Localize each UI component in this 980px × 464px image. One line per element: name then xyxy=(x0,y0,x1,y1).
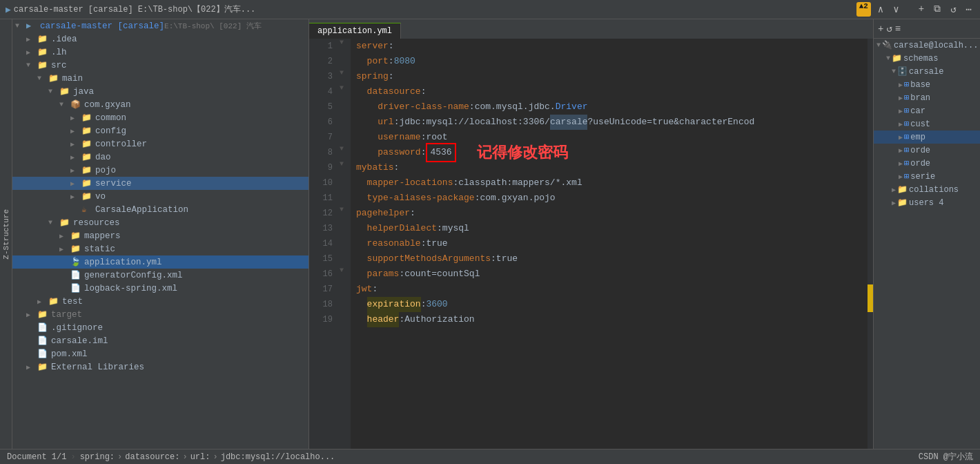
carsale-db-icon: 🗄️ xyxy=(897,66,908,77)
db-item-collations[interactable]: ▶ 📁 collations xyxy=(874,183,980,196)
tree-item-dao[interactable]: ▶ 📁 dao xyxy=(12,151,308,164)
nav-up-btn[interactable]: ∧ xyxy=(875,2,886,17)
db-item-users[interactable]: ▶ 📁 users 4 xyxy=(874,196,980,209)
tree-item-main[interactable]: ▼ 📁 main xyxy=(12,72,308,85)
refresh-btn[interactable]: ↺ xyxy=(948,2,959,17)
status-url: url: xyxy=(190,452,210,462)
kw-jwt: jwt xyxy=(356,282,372,297)
code-line-12: pagehelper: xyxy=(356,206,868,221)
yml-label: application.yml xyxy=(84,258,162,267)
db-panel-header: + ↺ ≡ xyxy=(874,19,980,39)
tree-item-config[interactable]: ▶ 📁 config xyxy=(12,124,308,137)
carsale-db-label: carsale xyxy=(909,67,943,77)
db-add-btn[interactable]: + xyxy=(878,23,883,35)
tree-item-pojo[interactable]: ▶ 📁 pojo xyxy=(12,164,308,177)
status-jdbc: jdbc:mysql://localho... xyxy=(221,452,335,462)
db-item-emp[interactable]: ▶ ⊞ emp xyxy=(874,130,980,144)
bran-arrow: ▶ xyxy=(899,94,903,102)
tree-item-mappers[interactable]: ▶ 📁 mappers xyxy=(12,229,308,242)
fold-8[interactable]: ▼ xyxy=(340,145,344,153)
tree-item-common[interactable]: ▶ 📁 common xyxy=(12,111,308,124)
test-arrow: ▶ xyxy=(37,298,48,306)
tree-root[interactable]: ▼ ▶ carsale-master [carsale] E:\TB-shop\… xyxy=(12,19,308,32)
db-item-orde2[interactable]: ▶ ⊞ orde xyxy=(874,157,980,170)
common-folder-icon: 📁 xyxy=(81,113,94,123)
menu-btn[interactable]: ⋯ xyxy=(963,2,974,17)
fold-1[interactable]: ▼ xyxy=(340,39,344,46)
tree-item-carsale-app[interactable]: ☕ CarsaleApplication xyxy=(12,203,308,216)
editor-tabs: application.yml xyxy=(309,19,873,39)
db-item-root[interactable]: ▼ 🔌 carsale@localh... xyxy=(874,39,980,52)
db-item-carsale[interactable]: ▼ 🗄️ carsale xyxy=(874,65,980,78)
tree-item-static[interactable]: ▶ 📁 static xyxy=(12,242,308,255)
tab-application-yml[interactable]: application.yml xyxy=(309,23,401,39)
indent-5 xyxy=(356,99,378,115)
gen-xml-label: generatorConfig.xml xyxy=(84,271,183,280)
indent-16 xyxy=(356,267,367,282)
fold-4[interactable]: ▼ xyxy=(340,84,344,92)
fold-3[interactable]: ▼ xyxy=(340,69,344,77)
orde2-arrow: ▶ xyxy=(899,160,903,168)
mini-scrollbar[interactable] xyxy=(868,39,873,449)
db-item-base[interactable]: ▶ ⊞ base xyxy=(874,78,980,91)
colon-10: : xyxy=(453,175,458,191)
resources-arrow: ▼ xyxy=(48,219,59,226)
tree-item-carsale-iml[interactable]: 📄 carsale.iml xyxy=(12,334,308,347)
code-line-11: type-aliases-package: com.gxyan.pojo xyxy=(356,191,868,206)
db-menu-btn[interactable]: ≡ xyxy=(895,23,901,35)
db-item-serie[interactable]: ▶ ⊞ serie xyxy=(874,170,980,183)
nav-down-btn[interactable]: ∨ xyxy=(890,2,901,17)
fold-12[interactable]: ▼ xyxy=(340,206,344,213)
java-label: java xyxy=(73,87,94,97)
z-structure-tab[interactable]: Z-Structure xyxy=(0,19,12,449)
fold-9[interactable]: ▼ xyxy=(340,160,344,168)
db-item-cust[interactable]: ▶ ⊞ cust xyxy=(874,117,980,130)
colon-7: : xyxy=(421,130,427,145)
db-item-bran[interactable]: ▶ ⊞ bran xyxy=(874,91,980,104)
tree-item-src[interactable]: ▼ 📁 src xyxy=(12,59,308,72)
tree-item-gitignore[interactable]: 📄 .gitignore xyxy=(12,321,308,334)
copy-btn[interactable]: ⧉ xyxy=(931,2,943,17)
tree-item-lh[interactable]: ▶ 📁 .lh xyxy=(12,46,308,59)
tree-item-resources[interactable]: ▼ 📁 resources xyxy=(12,216,308,229)
z-structure-label[interactable]: Z-Structure xyxy=(2,209,10,260)
warning-badge[interactable]: ▲2 xyxy=(856,2,871,17)
indent-4 xyxy=(356,84,367,99)
tree-item-application-yml[interactable]: 🍃 application.yml xyxy=(12,255,308,269)
tree-item-service[interactable]: ▶ 📁 service xyxy=(12,177,308,190)
add-btn[interactable]: + xyxy=(916,2,927,17)
file-tree: ▼ ▶ carsale-master [carsale] E:\TB-shop\… xyxy=(12,19,309,449)
target-arrow: ▶ xyxy=(26,311,37,319)
kw-password: password xyxy=(378,145,420,160)
tree-item-target[interactable]: ▶ 📁 target xyxy=(12,308,308,321)
tree-item-pom-xml[interactable]: 📄 pom.xml xyxy=(12,347,308,360)
main-folder-icon: 📁 xyxy=(48,73,61,84)
kw-params: params xyxy=(367,267,400,282)
ln-3: 3 xyxy=(309,69,333,84)
fold-17[interactable]: ▼ xyxy=(340,267,344,274)
ln-4: 4 xyxy=(309,84,333,99)
db-item-orde1[interactable]: ▶ ⊞ orde xyxy=(874,144,980,157)
tree-item-java[interactable]: ▼ 📁 java xyxy=(12,85,308,98)
status-arrow-2: › xyxy=(182,452,187,462)
orde2-table-icon: ⊞ xyxy=(904,158,909,168)
tree-item-test[interactable]: ▶ 📁 test xyxy=(12,295,308,308)
cust-label: cust xyxy=(910,119,930,129)
ln-17: 17 xyxy=(309,282,333,297)
tree-item-com-gxyan[interactable]: ▼ 📦 com.gxyan xyxy=(12,98,308,111)
kw-username: username xyxy=(378,130,420,145)
tree-item-logback-xml[interactable]: 📄 logback-spring.xml xyxy=(12,282,308,295)
db-item-schemas[interactable]: ▼ 📁 schemas xyxy=(874,52,980,65)
code-line-19: header: Authorization xyxy=(356,312,868,327)
scrollbar-thumb[interactable] xyxy=(868,284,873,312)
tree-item-vo[interactable]: ▶ 📁 vo xyxy=(12,190,308,203)
tree-item-controller[interactable]: ▶ 📁 controller xyxy=(12,137,308,151)
colon-3: : xyxy=(389,69,394,84)
db-item-car[interactable]: ▶ ⊞ car xyxy=(874,104,980,117)
db-refresh-btn[interactable]: ↺ xyxy=(886,23,892,35)
tree-item-generator-xml[interactable]: 📄 generatorConfig.xml xyxy=(12,269,308,282)
tree-item-idea[interactable]: ▶ 📁 .idea xyxy=(12,32,308,46)
tree-item-ext-libs[interactable]: ▶ 📁 External Libraries xyxy=(12,360,308,374)
val-params: count=countSql xyxy=(404,267,480,282)
code-content[interactable]: server: port: 8080 spring: datasource: xyxy=(351,39,873,449)
